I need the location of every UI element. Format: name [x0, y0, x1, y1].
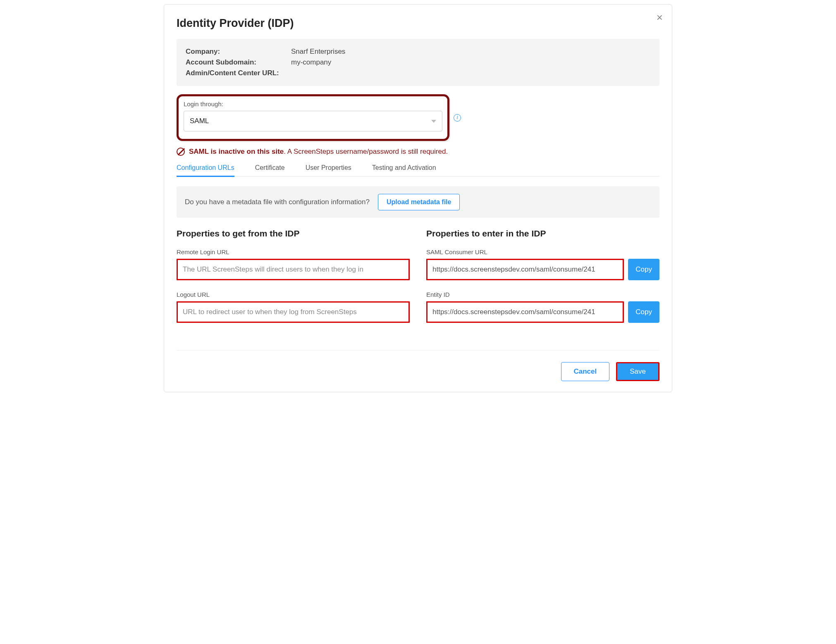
info-row-company: Company: Snarf Enterprises: [186, 46, 650, 57]
properties-to-enter-idp-heading: Properties to enter in the IDP: [426, 229, 659, 239]
company-label: Company:: [186, 48, 291, 56]
tab-certificate[interactable]: Certificate: [255, 164, 285, 177]
subdomain-value: my-company: [291, 58, 331, 67]
entity-id-input[interactable]: https://docs.screenstepsdev.com/saml/con…: [426, 301, 624, 323]
prohibit-icon: [177, 148, 185, 156]
logout-url-input[interactable]: URL to redirect user to when they log fr…: [177, 301, 410, 323]
upload-metadata-text: Do you have a metadata file with configu…: [185, 198, 370, 206]
chevron-down-icon: [431, 120, 436, 123]
tab-testing-activation[interactable]: Testing and Activation: [372, 164, 436, 177]
saml-consumer-url-label: SAML Consumer URL: [426, 248, 659, 255]
login-through-value: SAML: [190, 117, 209, 125]
info-row-admin-url: Admin/Content Center URL:: [186, 68, 650, 79]
page-title: Identity Provider (IDP): [177, 17, 659, 30]
remote-login-url-input[interactable]: The URL ScreenSteps will direct users to…: [177, 259, 410, 280]
save-button[interactable]: Save: [616, 362, 659, 381]
tab-user-properties[interactable]: User Properties: [306, 164, 351, 177]
subdomain-label: Account Subdomain:: [186, 58, 291, 67]
upload-metadata-bar: Do you have a metadata file with configu…: [177, 186, 659, 218]
warning-rest: . A ScreenSteps username/password is sti…: [284, 148, 448, 155]
copy-consumer-url-button[interactable]: Copy: [628, 259, 659, 280]
properties-to-enter-idp-column: Properties to enter in the IDP SAML Cons…: [426, 229, 659, 334]
login-through-label: Login through:: [184, 100, 442, 107]
login-through-select[interactable]: SAML: [184, 111, 442, 131]
entity-id-label: Entity ID: [426, 291, 659, 298]
cancel-button[interactable]: Cancel: [561, 362, 610, 381]
upload-metadata-button[interactable]: Upload metadata file: [378, 194, 460, 210]
info-row-subdomain: Account Subdomain: my-company: [186, 57, 650, 68]
login-through-section: Login through: SAML: [177, 94, 449, 141]
copy-entity-id-button[interactable]: Copy: [628, 301, 659, 323]
saml-consumer-url-input[interactable]: https://docs.screenstepsdev.com/saml/con…: [426, 259, 624, 280]
info-icon[interactable]: i: [454, 114, 461, 122]
saml-inactive-warning: SAML is inactive on this site. A ScreenS…: [177, 148, 659, 156]
properties-from-idp-column: Properties to get from the IDP Remote Lo…: [177, 229, 410, 334]
modal-footer: Cancel Save: [177, 362, 659, 384]
admin-url-label: Admin/Content Center URL:: [186, 69, 291, 77]
idp-modal: × Identity Provider (IDP) Company: Snarf…: [164, 4, 672, 392]
warning-bold: SAML is inactive on this site: [189, 148, 284, 155]
company-value: Snarf Enterprises: [291, 48, 345, 56]
tab-configuration-urls[interactable]: Configuration URLs: [177, 164, 234, 177]
remote-login-url-label: Remote Login URL: [177, 248, 410, 255]
tabs: Configuration URLs Certificate User Prop…: [177, 164, 659, 177]
divider: [177, 350, 659, 351]
close-icon[interactable]: ×: [657, 12, 663, 23]
properties-from-idp-heading: Properties to get from the IDP: [177, 229, 410, 239]
account-info-box: Company: Snarf Enterprises Account Subdo…: [177, 39, 659, 86]
logout-url-label: Logout URL: [177, 291, 410, 298]
